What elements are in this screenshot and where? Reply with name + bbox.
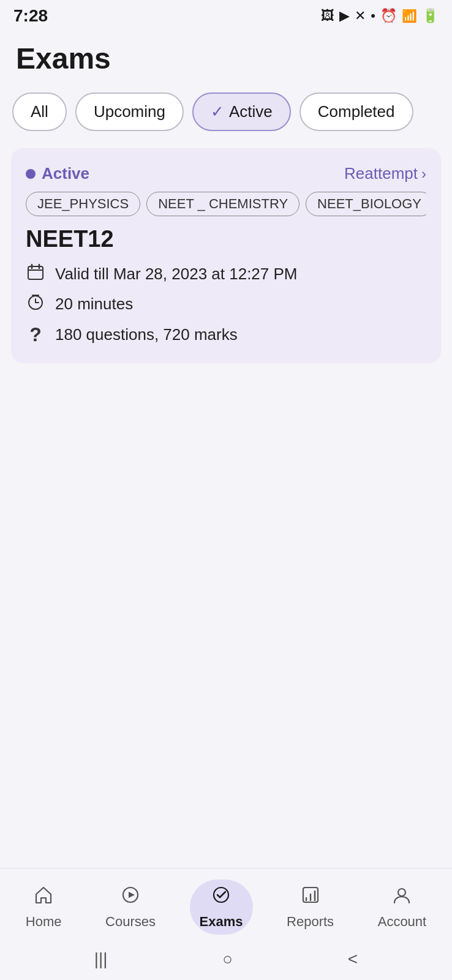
nav-item-home[interactable]: Home bbox=[16, 880, 72, 935]
exam-questions-text: 180 questions, 720 marks bbox=[55, 325, 238, 344]
calendar-icon bbox=[26, 263, 45, 285]
reports-icon bbox=[300, 884, 321, 910]
exam-card-header: Active Reattempt › bbox=[26, 164, 426, 183]
courses-icon bbox=[120, 884, 141, 910]
status-bar: 7:28 🖼 ▶ ✕ • ⏰ 📶 🔋 bbox=[0, 0, 452, 29]
exam-duration-text: 20 minutes bbox=[55, 295, 133, 314]
tab-completed-label: Completed bbox=[318, 102, 395, 121]
nav-item-account[interactable]: Account bbox=[368, 880, 437, 935]
tag-jee-physics: JEE_PHYSICS bbox=[26, 192, 140, 216]
tag-neet-biology: NEET_BIOLOGY bbox=[306, 192, 426, 216]
active-dot-icon bbox=[26, 169, 36, 179]
nav-home-label: Home bbox=[26, 914, 62, 930]
reattempt-label: Reattempt bbox=[344, 164, 418, 183]
page-title-section: Exams bbox=[0, 29, 452, 86]
account-icon bbox=[391, 884, 412, 910]
nav-item-reports[interactable]: Reports bbox=[277, 880, 344, 935]
tab-upcoming-label: Upcoming bbox=[94, 102, 165, 121]
nav-account-label: Account bbox=[378, 914, 427, 930]
exam-list: Active Reattempt › JEE_PHYSICS NEET _ CH… bbox=[0, 142, 452, 380]
status-icons: 🖼 ▶ ✕ • ⏰ 📶 🔋 bbox=[321, 8, 439, 24]
tab-upcoming[interactable]: Upcoming bbox=[75, 92, 184, 131]
nav-courses-label: Courses bbox=[105, 914, 156, 930]
sys-nav-recents[interactable]: ||| bbox=[94, 949, 108, 969]
active-badge: Active bbox=[26, 164, 89, 183]
home-icon bbox=[33, 884, 54, 910]
close-icon: ✕ bbox=[355, 8, 366, 24]
nav-item-courses[interactable]: Courses bbox=[96, 880, 165, 935]
exam-name: NEET12 bbox=[26, 226, 426, 252]
signal-icon: 📶 bbox=[402, 9, 417, 23]
check-icon: ✓ bbox=[211, 102, 224, 121]
svg-marker-9 bbox=[129, 892, 135, 898]
svg-rect-0 bbox=[28, 266, 43, 279]
page-title: Exams bbox=[16, 42, 436, 75]
dot-icon: • bbox=[371, 8, 375, 24]
exam-tags: JEE_PHYSICS NEET _ CHEMISTRY NEET_BIOLOG… bbox=[26, 192, 426, 216]
active-label: Active bbox=[42, 164, 89, 183]
battery-icon: 🔋 bbox=[422, 8, 439, 24]
sys-nav-back[interactable]: < bbox=[348, 949, 358, 969]
exam-card: Active Reattempt › JEE_PHYSICS NEET _ CH… bbox=[11, 148, 441, 363]
exam-questions: ? 180 questions, 720 marks bbox=[26, 323, 426, 346]
tab-completed[interactable]: Completed bbox=[299, 92, 413, 131]
question-icon: ? bbox=[26, 323, 45, 346]
filter-tabs: All Upcoming ✓ Active Completed bbox=[0, 86, 452, 142]
nav-item-exams[interactable]: Exams bbox=[190, 880, 253, 935]
clock-icon bbox=[26, 293, 45, 315]
exam-validity: Valid till Mar 28, 2023 at 12:27 PM bbox=[26, 263, 426, 285]
svg-point-10 bbox=[214, 888, 228, 902]
nav-reports-label: Reports bbox=[287, 914, 334, 930]
tab-active-label: Active bbox=[229, 102, 273, 121]
alarm-icon: ⏰ bbox=[380, 8, 397, 24]
tab-all[interactable]: All bbox=[12, 92, 67, 131]
exam-meta: Valid till Mar 28, 2023 at 12:27 PM 20 m… bbox=[26, 263, 426, 346]
reattempt-button[interactable]: Reattempt › bbox=[344, 164, 426, 183]
tab-active[interactable]: ✓ Active bbox=[192, 92, 291, 131]
exam-duration: 20 minutes bbox=[26, 293, 426, 315]
gallery-icon: 🖼 bbox=[321, 8, 334, 24]
bottom-nav-container: Home Courses Exams bbox=[0, 868, 452, 980]
exams-icon bbox=[211, 884, 232, 910]
exam-validity-text: Valid till Mar 28, 2023 at 12:27 PM bbox=[55, 265, 298, 284]
chevron-right-icon: › bbox=[421, 165, 426, 183]
sys-nav-home[interactable]: ○ bbox=[222, 949, 233, 969]
nav-exams-label: Exams bbox=[200, 914, 243, 930]
system-nav-bar: ||| ○ < bbox=[0, 941, 452, 980]
tab-all-label: All bbox=[31, 102, 48, 121]
play-icon: ▶ bbox=[339, 8, 350, 24]
status-time: 7:28 bbox=[13, 6, 48, 26]
bottom-nav: Home Courses Exams bbox=[0, 868, 452, 941]
tag-neet-chemistry: NEET _ CHEMISTRY bbox=[146, 192, 299, 216]
svg-point-15 bbox=[398, 889, 405, 896]
